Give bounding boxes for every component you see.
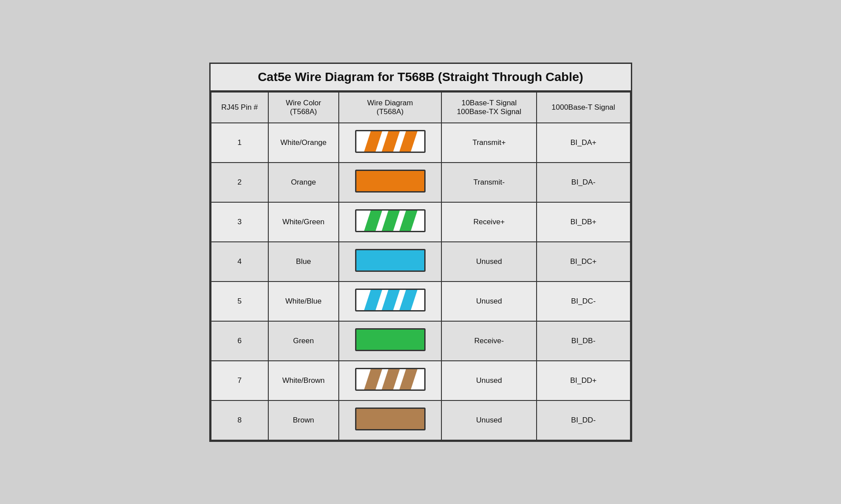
- cell-wire-diagram: [339, 242, 442, 282]
- wire-stripe: [382, 369, 400, 389]
- wire-stripe: [399, 211, 417, 231]
- cell-signal-1000: BI_DA-: [537, 163, 630, 202]
- cell-pin: 2: [211, 163, 269, 202]
- cell-wire-diagram: [339, 123, 442, 163]
- wire-solid-bar: [355, 249, 426, 272]
- header-signal-100: 10Base-T Signal100Base-TX Signal: [441, 92, 537, 123]
- cell-signal-1000: BI_DA+: [537, 123, 630, 163]
- cell-color-name: White/Green: [268, 202, 339, 242]
- wire-stripe: [364, 131, 382, 152]
- cell-color-name: White/Brown: [268, 361, 339, 400]
- header-wire-diagram: Wire Diagram(T568A): [339, 92, 442, 123]
- header-wire-color: Wire Color(T568A): [268, 92, 339, 123]
- cell-wire-diagram: [339, 321, 442, 361]
- cell-wire-diagram: [339, 361, 442, 400]
- cell-color-name: White/Blue: [268, 282, 339, 321]
- wire-solid-bar: [355, 328, 426, 351]
- table-row: 4BlueUnusedBI_DC+: [211, 242, 630, 282]
- cell-pin: 8: [211, 400, 269, 440]
- cell-signal-100: Unused: [441, 361, 537, 400]
- cell-signal-100: Receive-: [441, 321, 537, 361]
- header-row: RJ45 Pin # Wire Color(T568A) Wire Diagra…: [211, 92, 630, 123]
- cell-wire-diagram: [339, 400, 442, 440]
- cell-pin: 1: [211, 123, 269, 163]
- table-row: 8BrownUnusedBI_DD-: [211, 400, 630, 440]
- cell-wire-diagram: [339, 282, 442, 321]
- cell-wire-diagram: [339, 202, 442, 242]
- wire-stripe: [399, 290, 417, 310]
- wire-table: RJ45 Pin # Wire Color(T568A) Wire Diagra…: [211, 92, 631, 441]
- cell-signal-100: Receive+: [441, 202, 537, 242]
- diagram-container: Cat5e Wire Diagram for T568B (Straight T…: [209, 63, 632, 442]
- cell-signal-100: Unused: [441, 242, 537, 282]
- cell-signal-1000: BI_DD+: [537, 361, 630, 400]
- wire-stripe: [399, 131, 417, 152]
- cell-color-name: White/Orange: [268, 123, 339, 163]
- wire-stripe: [364, 211, 382, 231]
- cell-pin: 7: [211, 361, 269, 400]
- table-row: 1White/OrangeTransmit+BI_DA+: [211, 123, 630, 163]
- cell-signal-1000: BI_DB+: [537, 202, 630, 242]
- cell-signal-100: Transmit-: [441, 163, 537, 202]
- cell-color-name: Green: [268, 321, 339, 361]
- wire-striped-bar: [355, 130, 426, 153]
- cell-signal-1000: BI_DD-: [537, 400, 630, 440]
- table-row: 7White/BrownUnusedBI_DD+: [211, 361, 630, 400]
- wire-stripe: [382, 290, 400, 310]
- table-row: 6GreenReceive-BI_DB-: [211, 321, 630, 361]
- wire-stripe: [382, 211, 400, 231]
- cell-signal-1000: BI_DC+: [537, 242, 630, 282]
- cell-signal-1000: BI_DC-: [537, 282, 630, 321]
- cell-wire-diagram: [339, 163, 442, 202]
- cell-color-name: Brown: [268, 400, 339, 440]
- table-row: 2OrangeTransmit-BI_DA-: [211, 163, 630, 202]
- wire-striped-bar: [355, 368, 426, 391]
- cell-signal-100: Unused: [441, 400, 537, 440]
- wire-striped-bar: [355, 289, 426, 311]
- cell-signal-100: Transmit+: [441, 123, 537, 163]
- wire-stripe: [399, 369, 417, 389]
- diagram-title: Cat5e Wire Diagram for T568B (Straight T…: [211, 64, 631, 92]
- cell-pin: 5: [211, 282, 269, 321]
- cell-pin: 6: [211, 321, 269, 361]
- wire-striped-bar: [355, 209, 426, 232]
- wire-stripe: [364, 369, 382, 389]
- header-pin: RJ45 Pin #: [211, 92, 269, 123]
- wire-solid-bar: [355, 408, 426, 430]
- table-row: 5White/BlueUnusedBI_DC-: [211, 282, 630, 321]
- cell-pin: 4: [211, 242, 269, 282]
- cell-signal-100: Unused: [441, 282, 537, 321]
- cell-pin: 3: [211, 202, 269, 242]
- wire-stripe: [364, 290, 382, 310]
- wire-solid-bar: [355, 170, 426, 193]
- table-row: 3White/GreenReceive+BI_DB+: [211, 202, 630, 242]
- header-signal-1000: 1000Base-T Signal: [537, 92, 630, 123]
- cell-color-name: Orange: [268, 163, 339, 202]
- cell-color-name: Blue: [268, 242, 339, 282]
- wire-stripe: [382, 131, 400, 152]
- cell-signal-1000: BI_DB-: [537, 321, 630, 361]
